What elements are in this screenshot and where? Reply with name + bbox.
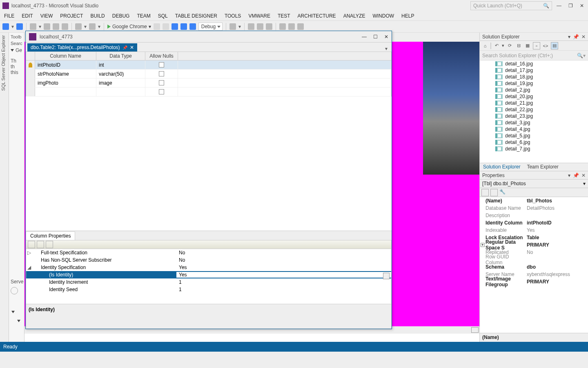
column-row[interactable]: strPhotoNamevarchar(50): [26, 70, 391, 79]
toolbox-search[interactable]: Searc: [11, 41, 22, 46]
column-row[interactable]: intPhotoIDint: [26, 61, 391, 70]
property-row[interactable]: IndexableYes: [480, 227, 588, 234]
menu-window[interactable]: WINDOW: [372, 13, 394, 19]
solution-explorer-tree[interactable]: detail_16.jpgdetail_17.jpgdetail_18.jpgd…: [480, 61, 588, 163]
column-properties-grid[interactable]: ▷Full-text SpecificationNoHas Non-SQL Se…: [26, 249, 392, 304]
home-icon[interactable]: ⌂: [481, 42, 489, 49]
dropdown-icon[interactable]: ▾: [568, 34, 570, 40]
close-tab-icon[interactable]: ✕: [130, 45, 134, 50]
header-data-type[interactable]: Data Type: [96, 52, 145, 60]
property-row[interactable]: Text/Image FilegroupPRIMARY: [480, 278, 588, 285]
solution-item[interactable]: detail_3.jpg: [480, 119, 588, 126]
categorized-icon[interactable]: [481, 189, 489, 196]
column-property-row[interactable]: ▷Full-text SpecificationNo: [26, 249, 391, 256]
solution-item[interactable]: detail_2.jpg: [480, 87, 588, 93]
property-row[interactable]: Identity ColumnintPhotoID: [480, 219, 588, 227]
dialog-titlebar[interactable]: localhost_4773 — ☐ ✕: [26, 31, 392, 43]
solution-item[interactable]: detail_7.jpg: [480, 146, 588, 152]
start-debug-button[interactable]: Google Chrome ▾: [107, 24, 151, 29]
tab-dropdown-icon[interactable]: ▾: [383, 46, 390, 52]
close-button[interactable]: ✕: [384, 34, 388, 40]
solution-item[interactable]: detail_17.jpg: [480, 67, 588, 74]
tool-icon-3[interactable]: [288, 23, 295, 30]
show-all-icon[interactable]: ▦: [524, 42, 531, 49]
tool-icon-1[interactable]: [229, 23, 236, 30]
preview-icon[interactable]: ▫: [533, 42, 540, 49]
property-row[interactable]: (Name)tbl_Photos: [480, 197, 588, 204]
wrench-icon[interactable]: 🔧: [499, 189, 507, 196]
solution-item[interactable]: detail_19.jpg: [480, 80, 588, 87]
property-row[interactable]: Row GUID Column: [480, 256, 588, 263]
tool-icon-4[interactable]: [297, 23, 304, 30]
solution-item[interactable]: detail_4.jpg: [480, 126, 588, 132]
redo-icon[interactable]: [89, 23, 96, 30]
solution-item[interactable]: detail_18.jpg: [480, 74, 588, 80]
restore-button[interactable]: ❐: [567, 3, 574, 9]
column-property-row[interactable]: (Is Identity)Yes: [26, 271, 391, 278]
allow-nulls-checkbox[interactable]: [159, 71, 164, 76]
sync-icon[interactable]: [189, 23, 196, 30]
code-icon[interactable]: <>: [542, 42, 549, 49]
alphabetical-icon[interactable]: [37, 241, 44, 248]
pause-icon[interactable]: [154, 23, 160, 30]
pin-icon[interactable]: 📌: [573, 173, 579, 178]
collapse-icon[interactable]: ⊟: [515, 42, 522, 49]
tab-solution-explorer[interactable]: Solution Explorer: [480, 163, 523, 171]
dropdown-icon[interactable]: ▾: [568, 173, 570, 178]
undo-icon[interactable]: [75, 23, 82, 30]
column-property-row[interactable]: ◢Identity SpecificationYes: [26, 264, 391, 271]
save-icon[interactable]: [53, 23, 59, 30]
properties-object-selector[interactable]: [Tbl] dbo.tbl_Photos▾: [480, 180, 588, 188]
column-property-row[interactable]: Identity Seed1: [26, 286, 391, 293]
forward-icon[interactable]: [16, 23, 23, 30]
menu-view[interactable]: VIEW: [40, 13, 53, 19]
menu-analyze[interactable]: ANALYZE: [343, 13, 365, 19]
property-row[interactable]: Description: [480, 212, 588, 219]
minimize-button[interactable]: —: [555, 3, 563, 9]
allow-nulls-checkbox[interactable]: [159, 89, 164, 94]
property-row[interactable]: Schemadbo: [480, 263, 588, 271]
solution-explorer-search[interactable]: Search Solution Explorer (Ctrl+;) 🔍▾: [480, 51, 588, 61]
header-column-name[interactable]: Column Name: [35, 52, 96, 60]
key-icon[interactable]: [248, 23, 254, 30]
browser-link-icon[interactable]: [172, 23, 178, 30]
properties-icon[interactable]: [46, 241, 53, 248]
categorized-icon[interactable]: [28, 241, 35, 248]
menu-tools[interactable]: TOOLS: [225, 13, 241, 19]
pin-icon[interactable]: 📌: [122, 45, 127, 50]
solution-item[interactable]: detail_16.jpg: [480, 61, 588, 67]
header-allow-nulls[interactable]: Allow Nulls: [145, 52, 178, 60]
column-property-row[interactable]: Has Non-SQL Server SubscriberNo: [26, 256, 391, 264]
allow-nulls-checkbox[interactable]: [159, 80, 164, 85]
relation-icon[interactable]: [257, 23, 263, 30]
maximize-button[interactable]: ☐: [373, 34, 378, 40]
solution-item[interactable]: detail_5.jpg: [480, 132, 588, 139]
menu-project[interactable]: PROJECT: [60, 13, 83, 19]
expand-icon[interactable]: [17, 320, 20, 322]
menu-sql[interactable]: SQL: [158, 13, 168, 19]
solution-item[interactable]: detail_21.jpg: [480, 100, 588, 106]
refresh-icon[interactable]: [180, 23, 187, 30]
menu-edit[interactable]: EDIT: [22, 13, 33, 19]
menu-tabledesigner[interactable]: TABLE DESIGNER: [175, 13, 217, 19]
toolbox-group[interactable]: Ge: [11, 47, 22, 53]
expand-icon[interactable]: [11, 311, 15, 313]
pin-icon[interactable]: 📌: [573, 34, 579, 40]
new-project-icon[interactable]: [30, 23, 36, 30]
scroll-right-button[interactable]: [471, 327, 479, 333]
minimize-button[interactable]: —: [362, 34, 367, 40]
solution-item[interactable]: detail_6.jpg: [480, 139, 588, 146]
column-row[interactable]: imgPhotoimage: [26, 79, 391, 88]
solution-item[interactable]: detail_23.jpg: [480, 113, 588, 119]
tool-icon-2[interactable]: [279, 23, 286, 30]
stop-icon[interactable]: [163, 23, 169, 30]
menu-vmware[interactable]: VMWARE: [248, 13, 270, 19]
columns-grid[interactable]: intPhotoIDintstrPhotoNamevarchar(50)imgP…: [26, 61, 392, 96]
tab-team-explorer[interactable]: Team Explorer: [523, 163, 561, 171]
alphabetical-icon[interactable]: [490, 189, 498, 196]
config-combo[interactable]: Debug: [198, 22, 223, 31]
sync-icon[interactable]: ⟳: [506, 42, 513, 49]
menu-debug[interactable]: DEBUG: [112, 13, 130, 19]
back-icon[interactable]: ↶: [493, 42, 500, 49]
column-property-row[interactable]: Identity Increment1: [26, 278, 391, 286]
